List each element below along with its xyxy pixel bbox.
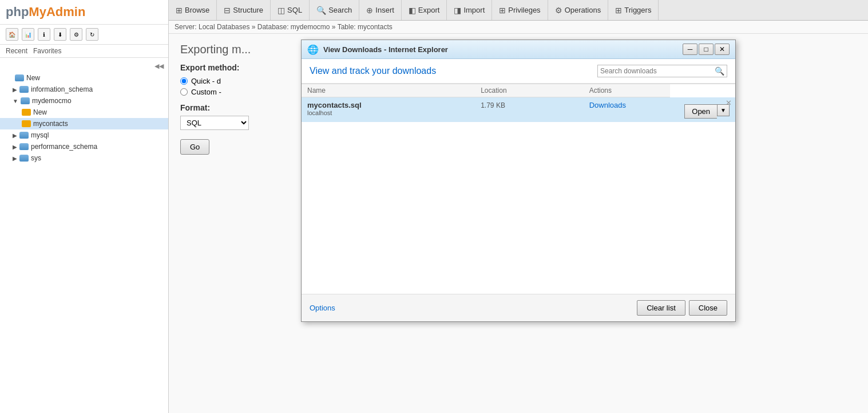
options-link[interactable]: Options [310,304,335,312]
sql-icon: ◫ [278,6,285,15]
breadcrumb-table: Table: mycontacts [338,23,393,31]
sidebar-item-mycontacts[interactable]: mycontacts [0,118,168,129]
search-tab-icon: 🔍 [316,6,326,15]
dialog-footer: Options Clear list Close [302,294,735,321]
app-logo: phpMyAdmin [0,0,168,25]
ie-icon: 🌐 [307,44,319,55]
sidebar-label-mysql: mysql [31,131,49,139]
main-panel: ⊞ Browse ⊟ Structure ◫ SQL 🔍 Search ⊕ In… [169,0,868,413]
logo-myadmin: MyAdmin [29,5,85,19]
actions-cell: Open ▼ [676,103,730,119]
tab-export[interactable]: ◧ Export [402,0,447,20]
sidebar-item-mydemocmo[interactable]: ▼ mydemocmo [0,95,168,107]
expander-mysql[interactable]: ▶ [13,132,17,139]
breadcrumb-sep2: » [332,23,336,31]
maximize-button[interactable]: □ [699,44,714,55]
open-button[interactable]: Open [684,104,717,119]
sidebar-label-performance_schema: performance_schema [31,143,97,151]
refresh-icon[interactable]: ↻ [86,28,98,41]
downloads-table-container: Name Location Actions mycontacts.sql loc… [302,84,735,122]
tab-operations[interactable]: ⚙ Operations [548,0,609,20]
close-button[interactable]: Close [689,300,727,316]
sidebar-item-new-mydemocmo[interactable]: New [0,107,168,118]
dialog-titlebar-left: 🌐 View Downloads - Internet Explorer [307,44,448,55]
operations-icon: ⚙ [555,6,562,15]
footer-buttons: Clear list Close [637,300,727,316]
sidebar-item-mysql[interactable]: ▶ mysql [0,129,168,141]
info-icon[interactable]: ℹ [38,28,50,41]
chart-icon[interactable]: 📊 [22,28,34,41]
dialog-titlebar: 🌐 View Downloads - Internet Explorer ─ □… [302,40,735,59]
logo-php: php [6,5,29,19]
col-header-location: Location [475,84,584,97]
col-header-actions: Actions [584,84,671,97]
dialog-heading: View and track your downloads [310,66,436,76]
search-input[interactable] [600,67,715,75]
tab-search[interactable]: 🔍 Search [310,0,359,20]
minimize-button[interactable]: ─ [683,44,697,55]
close-titlebar-button[interactable]: ✕ [715,44,730,55]
tab-operations-label: Operations [565,6,601,14]
expander-performance_schema[interactable]: ▶ [13,144,17,150]
tab-triggers[interactable]: ⊞ Triggers [608,0,659,20]
tab-privileges[interactable]: ⊞ Privileges [492,0,548,20]
download-location-cell: Downloads [584,97,671,122]
import-icon: ◨ [454,6,461,15]
download-icon[interactable]: ⬇ [54,28,66,41]
collapse-icon[interactable]: ◀◀ [154,62,164,70]
tab-privileges-label: Privileges [508,6,540,14]
dialog-title: View Downloads - Internet Explorer [323,45,448,54]
sidebar: phpMyAdmin 🏠 📊 ℹ ⬇ ⚙ ↻ Recent Favorites … [0,0,169,413]
download-name-cell: mycontacts.sql localhost [302,97,475,122]
home-icon[interactable]: 🏠 [6,28,18,41]
search-icon[interactable]: 🔍 [715,66,724,76]
tab-import[interactable]: ◨ Import [447,0,492,20]
download-filename: mycontacts.sql [307,101,469,109]
top-nav: ⊞ Browse ⊟ Structure ◫ SQL 🔍 Search ⊕ In… [169,0,868,21]
col-header-name: Name [302,84,475,97]
search-box: 🔍 [597,65,727,77]
sidebar-label-mydemocmo: mydemocmo [32,97,72,105]
expander-information_schema[interactable]: ▶ [13,86,17,93]
breadcrumb-server: Server: Local Databases [175,23,249,31]
table-row: mycontacts.sql localhost 1.79 KB Downloa… [302,97,735,122]
triggers-icon: ⊞ [615,6,622,15]
page-content: Exporting m... Export method: Quick - d … [169,34,868,413]
download-location-link[interactable]: Downloads [589,101,626,109]
privileges-icon: ⊞ [499,6,506,15]
sidebar-label-sys: sys [31,154,41,162]
expander-sys[interactable]: ▶ [13,155,17,162]
sidebar-item-sys[interactable]: ▶ sys [0,152,168,164]
recent-favorites-bar: Recent Favorites [0,45,168,58]
collapse-controls: ◀◀ [0,60,168,72]
db-icon-new-mydemocmo [22,109,31,116]
db-icon-performance_schema [19,143,29,150]
tab-browse[interactable]: ⊞ Browse [169,0,217,20]
sidebar-label-information_schema: information_schema [31,85,93,93]
tab-search-label: Search [328,6,352,14]
sidebar-item-performance_schema[interactable]: ▶ performance_schema [0,141,168,152]
open-dropdown-button[interactable]: ▼ [717,104,730,116]
tab-structure[interactable]: ⊟ Structure [217,0,271,20]
clear-list-button[interactable]: Clear list [637,300,685,316]
sidebar-nav: ◀◀ New ▶ information_schema ▼ mydemocmo [0,58,168,413]
export-icon: ◧ [409,6,416,15]
breadcrumb-database: Database: mydemocmo [257,23,330,31]
sidebar-item-label-new-top: New [26,74,40,82]
breadcrumb: Server: Local Databases » Database: myde… [169,21,868,34]
db-icon-new-top [15,74,24,81]
recent-link[interactable]: Recent [6,47,27,55]
expander-mydemocmo[interactable]: ▼ [13,98,18,104]
tab-triggers-label: Triggers [624,6,651,14]
favorites-link[interactable]: Favorites [33,47,61,55]
settings-icon[interactable]: ⚙ [70,28,82,41]
breadcrumb-sep1: » [252,23,256,31]
db-icon-mydemocmo [21,97,30,104]
structure-icon: ⊟ [224,6,231,15]
tab-sql[interactable]: ◫ SQL [271,0,310,20]
db-icon-mycontacts [22,120,31,127]
dialog-overlay: 🌐 View Downloads - Internet Explorer ─ □… [169,34,868,413]
tab-insert[interactable]: ⊕ Insert [359,0,402,20]
sidebar-item-information_schema[interactable]: ▶ information_schema [0,84,168,95]
sidebar-item-new-top[interactable]: New [0,72,168,84]
